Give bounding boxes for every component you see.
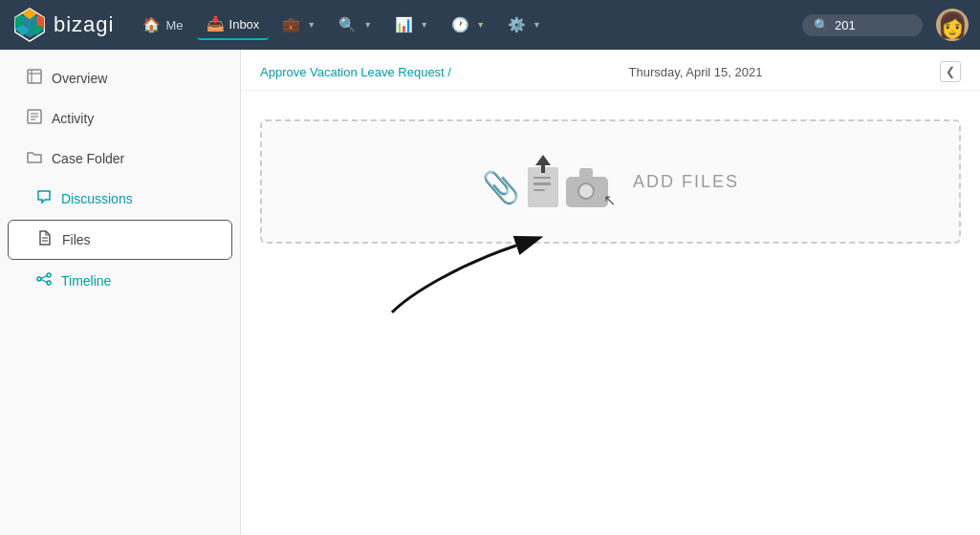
overview-label: Overview <box>52 71 107 86</box>
top-navigation: bizagi 🏠 Me 📥 Inbox 💼 ▼ 🔍 ▼ 📊 ▼ 🕐 ▼ ⚙️ ▼… <box>0 0 980 50</box>
file-drop-zone[interactable]: 📎 <box>260 119 961 244</box>
sidebar-item-case-folder[interactable]: Case Folder <box>8 139 232 178</box>
svg-point-18 <box>47 281 51 285</box>
sidebar-item-discussions[interactable]: Discussions <box>8 180 232 218</box>
camera-icon: ↖ <box>566 164 614 207</box>
nav-reports[interactable]: 📊 ▼ <box>385 11 438 39</box>
svg-rect-7 <box>28 70 41 83</box>
nav-clock-arrow: ▼ <box>476 20 485 30</box>
upload-doc-icon <box>524 155 562 207</box>
discussions-icon <box>36 189 52 208</box>
briefcase-icon: 💼 <box>282 16 300 33</box>
main-layout: Overview Activity Case Folder Discussion… <box>0 50 980 535</box>
avatar[interactable]: 👩 <box>936 9 969 41</box>
sidebar-item-files[interactable]: Files <box>8 220 232 260</box>
search-icon: 🔍 <box>338 16 357 33</box>
svg-point-17 <box>47 273 51 277</box>
nav-reports-arrow: ▼ <box>420 20 428 30</box>
search-glass-icon: 🔍 <box>814 18 829 32</box>
overview-icon <box>27 69 42 88</box>
logo-text: bizagi <box>54 12 114 37</box>
activity-label: Activity <box>52 111 94 126</box>
breadcrumb: Approve Vacation Leave Request / <box>260 65 451 79</box>
timeline-label: Timeline <box>61 273 111 289</box>
sidebar-item-activity[interactable]: Activity <box>8 99 232 138</box>
nav-me-label: Me <box>165 18 183 32</box>
inbox-icon: 📥 <box>207 15 225 32</box>
nav-clock[interactable]: 🕐 ▼ <box>442 11 494 39</box>
nav-settings-arrow: ▼ <box>533 20 541 30</box>
search-input[interactable] <box>835 18 911 32</box>
nav-me[interactable]: 🏠 Me <box>133 11 192 39</box>
folder-icon <box>27 149 42 168</box>
sidebar-item-timeline[interactable]: Timeline <box>8 262 232 300</box>
discussions-label: Discussions <box>61 191 133 206</box>
nav-inbox-label: Inbox <box>229 17 260 32</box>
case-folder-label: Case Folder <box>52 151 124 166</box>
logo[interactable]: bizagi <box>11 7 114 43</box>
paperclip-icon: 📎 <box>482 169 520 205</box>
home-icon: 🏠 <box>142 16 161 33</box>
drop-zone-icons: 📎 <box>482 155 614 209</box>
collapse-button[interactable]: ❮ <box>940 61 961 82</box>
files-icon <box>37 230 53 249</box>
svg-line-19 <box>41 276 47 279</box>
add-files-label: ADD FILES <box>633 172 739 192</box>
search-box[interactable]: 🔍 <box>802 14 923 36</box>
sidebar: Overview Activity Case Folder Discussion… <box>0 50 241 535</box>
nav-search[interactable]: 🔍 ▼ <box>329 11 381 39</box>
nav-work-arrow: ▼ <box>307 20 316 30</box>
files-label: Files <box>62 232 91 247</box>
sidebar-item-overview[interactable]: Overview <box>8 59 232 97</box>
collapse-icon: ❮ <box>946 65 955 78</box>
nav-work[interactable]: 💼 ▼ <box>272 11 325 39</box>
content-header: Approve Vacation Leave Request / Thursda… <box>241 50 980 91</box>
activity-icon <box>27 109 42 128</box>
timeline-icon <box>36 271 52 290</box>
date-display: Thursday, April 15, 2021 <box>629 65 763 79</box>
clock-icon: 🕐 <box>451 16 469 33</box>
svg-line-20 <box>41 280 47 283</box>
bizagi-logo-icon <box>11 7 48 43</box>
reports-icon: 📊 <box>395 16 413 33</box>
annotation-arrow <box>382 236 535 322</box>
svg-point-16 <box>37 277 41 281</box>
settings-icon: ⚙️ <box>508 16 526 33</box>
nav-search-arrow: ▼ <box>363 20 372 30</box>
nav-settings[interactable]: ⚙️ ▼ <box>498 11 551 39</box>
nav-inbox[interactable]: 📥 Inbox <box>197 10 270 40</box>
content-area: Approve Vacation Leave Request / Thursda… <box>241 50 980 535</box>
